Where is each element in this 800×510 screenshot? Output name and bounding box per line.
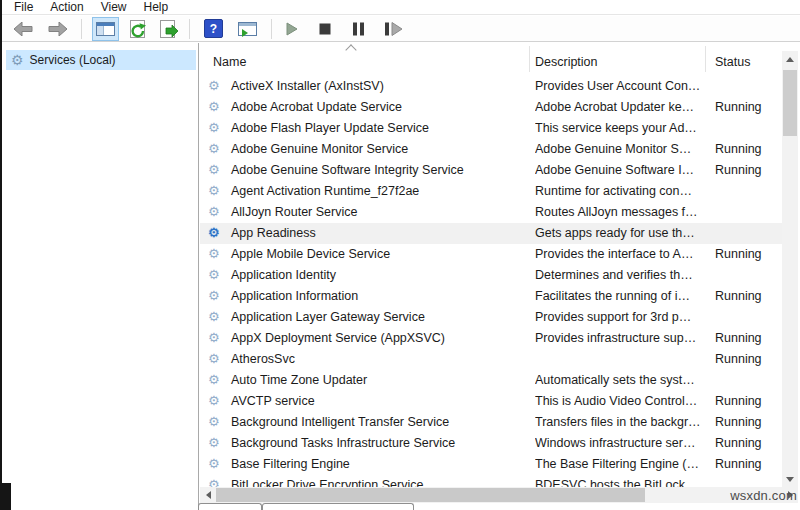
service-status: Running: [715, 352, 762, 366]
service-name: Adobe Acrobat Update Service: [231, 100, 402, 114]
service-description: Provides infrastructure sup…: [535, 331, 696, 345]
horizontal-scrollbar-thumb[interactable]: [216, 488, 645, 502]
service-description: BDESVC hosts the BitLock…: [535, 478, 698, 487]
service-name: ActiveX Installer (AxInstSV): [231, 79, 384, 93]
column-divider[interactable]: [529, 46, 530, 72]
table-row[interactable]: ⚙ Base Filtering Engine The Base Filteri…: [200, 454, 782, 475]
table-row[interactable]: ⚙ AppX Deployment Service (AppXSVC) Prov…: [200, 328, 782, 349]
service-gear-icon: ⚙: [208, 352, 220, 366]
service-description: Provides the interface to A…: [535, 247, 693, 261]
toolbar-separator: [189, 19, 190, 39]
scroll-up-button[interactable]: [782, 51, 798, 67]
table-row[interactable]: ⚙ Adobe Genuine Software Integrity Servi…: [200, 160, 782, 181]
export-list-button[interactable]: [156, 17, 179, 41]
help-button[interactable]: ?: [200, 17, 227, 41]
service-rows: ⚙ ActiveX Installer (AxInstSV) Provides …: [200, 76, 782, 487]
service-status: Running: [715, 163, 762, 177]
vertical-scrollbar[interactable]: [782, 51, 798, 487]
sort-ascending-icon: [345, 44, 356, 55]
table-row[interactable]: ⚙ Background Intelligent Transfer Servic…: [200, 412, 782, 433]
tree-item-services-local[interactable]: ⚙ Services (Local): [6, 50, 196, 70]
table-row[interactable]: ⚙ Application Information Facilitates th…: [200, 286, 782, 307]
service-name: App Readiness: [231, 226, 316, 240]
service-status: Running: [715, 331, 762, 345]
service-status: Running: [715, 394, 762, 408]
service-description: Determines and verifies th…: [535, 268, 693, 282]
service-gear-icon: ⚙: [208, 415, 220, 429]
show-action-pane-button[interactable]: [234, 17, 261, 41]
service-name: Application Identity: [231, 268, 336, 282]
table-row[interactable]: ⚙ App Readiness Gets apps ready for use …: [200, 223, 782, 244]
service-name: AppX Deployment Service (AppXSVC): [231, 331, 445, 345]
start-service-button[interactable]: [282, 17, 302, 41]
service-name: Adobe Flash Player Update Service: [231, 121, 429, 135]
watermark: wsxdn.com: [730, 488, 797, 503]
table-row[interactable]: ⚙ Adobe Flash Player Update Service This…: [200, 118, 782, 139]
table-row[interactable]: ⚙ ActiveX Installer (AxInstSV) Provides …: [200, 76, 782, 97]
column-header-name[interactable]: Name: [213, 55, 246, 69]
services-list-panel: Name Description Status ⚙ ActiveX Instal…: [200, 43, 800, 510]
list-header: Name Description Status: [200, 43, 782, 75]
stop-service-button[interactable]: [315, 17, 335, 41]
horizontal-scrollbar[interactable]: [200, 487, 798, 503]
service-gear-icon: ⚙: [208, 394, 220, 408]
service-name: Adobe Genuine Software Integrity Service: [231, 163, 464, 177]
console-tree-panel: ⚙ Services (Local): [4, 43, 199, 510]
service-name: AllJoyn Router Service: [231, 205, 357, 219]
service-gear-icon: ⚙: [208, 121, 220, 135]
menu-item-view[interactable]: View: [101, 0, 127, 14]
back-button[interactable]: [10, 17, 37, 41]
table-row[interactable]: ⚙ AllJoyn Router Service Routes AllJoyn …: [200, 202, 782, 223]
service-name: AVCTP service: [231, 394, 315, 408]
service-gear-icon: ⚙: [208, 100, 220, 114]
menu-item-help[interactable]: Help: [144, 0, 169, 14]
table-row[interactable]: ⚙ Apple Mobile Device Service Provides t…: [200, 244, 782, 265]
table-row[interactable]: ⚙ BitLocker Drive Encryption Service BDE…: [200, 475, 782, 487]
service-gear-icon: ⚙: [208, 184, 220, 198]
view-tab[interactable]: [262, 503, 414, 510]
table-row[interactable]: ⚙ Agent Activation Runtime_f27f2ae Runti…: [200, 181, 782, 202]
service-name: Agent Activation Runtime_f27f2ae: [231, 184, 419, 198]
service-name: Application Layer Gateway Service: [231, 310, 425, 324]
service-status: Running: [715, 289, 762, 303]
restart-service-icon: [384, 22, 403, 36]
table-row[interactable]: ⚙ AtherosSvc Running: [200, 349, 782, 370]
service-description: Facilitates the running of i…: [535, 289, 690, 303]
service-gear-icon: ⚙: [208, 436, 220, 450]
table-row[interactable]: ⚙ Application Layer Gateway Service Prov…: [200, 307, 782, 328]
service-name: Base Filtering Engine: [231, 457, 350, 471]
menu-bar: FileActionViewHelp: [2, 0, 800, 15]
service-gear-icon: ⚙: [208, 331, 220, 345]
refresh-button[interactable]: [126, 17, 149, 41]
table-row[interactable]: ⚙ Adobe Acrobat Update Service Adobe Acr…: [200, 97, 782, 118]
pause-service-button[interactable]: [348, 17, 369, 41]
service-name: Adobe Genuine Monitor Service: [231, 142, 408, 156]
table-row[interactable]: ⚙ Adobe Genuine Monitor Service Adobe Ge…: [200, 139, 782, 160]
forward-button[interactable]: [44, 17, 71, 41]
show-console-tree-button[interactable]: [92, 17, 119, 41]
table-row[interactable]: ⚙ Background Tasks Infrastructure Servic…: [200, 433, 782, 454]
table-row[interactable]: ⚙ AVCTP service This is Audio Video Cont…: [200, 391, 782, 412]
service-gear-icon: ⚙: [208, 310, 220, 324]
scroll-left-button[interactable]: [200, 487, 216, 503]
menu-item-action[interactable]: Action: [50, 0, 83, 14]
vertical-scrollbar-thumb[interactable]: [783, 70, 797, 136]
service-description: Gets apps ready for use th…: [535, 226, 695, 240]
service-status: Running: [715, 100, 762, 114]
view-tab[interactable]: [198, 503, 262, 510]
service-status: Running: [715, 415, 762, 429]
service-description: Adobe Acrobat Updater ke…: [535, 100, 694, 114]
menu-item-file[interactable]: File: [14, 0, 33, 14]
restart-service-button[interactable]: [380, 17, 407, 41]
column-header-status[interactable]: Status: [715, 55, 750, 69]
pause-service-icon: [352, 22, 365, 36]
toolbar: ?: [2, 16, 800, 42]
scroll-down-button[interactable]: [782, 471, 798, 487]
column-divider[interactable]: [705, 46, 706, 72]
column-header-description[interactable]: Description: [535, 55, 598, 69]
refresh-icon: [130, 20, 145, 38]
service-description: Runtime for activating con…: [535, 184, 692, 198]
service-name: Background Intelligent Transfer Service: [231, 415, 449, 429]
table-row[interactable]: ⚙ Application Identity Determines and ve…: [200, 265, 782, 286]
table-row[interactable]: ⚙ Auto Time Zone Updater Automatically s…: [200, 370, 782, 391]
